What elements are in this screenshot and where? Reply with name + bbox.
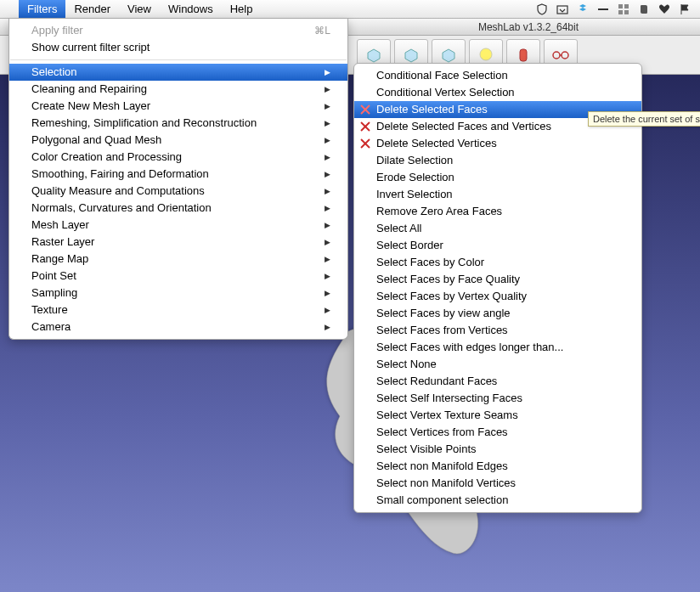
menu-root-filters[interactable]: Filters (19, 0, 65, 18)
menu-item[interactable]: Dilate Selection (354, 152, 641, 169)
menu-item-label: Apply filter (31, 23, 83, 38)
svg-point-6 (480, 48, 492, 60)
svg-rect-7 (520, 49, 527, 61)
menu-item-label: Select Faces from Vertices (376, 323, 508, 338)
menu-item[interactable]: Quality Measure and Computations▶ (9, 183, 347, 200)
dropbox-icon[interactable] (576, 3, 590, 16)
menu-item-label: Select Vertices from Faces (376, 425, 508, 440)
menu-item-label: Select None (376, 357, 437, 372)
menu-item[interactable]: Conditional Vertex Selection (354, 84, 641, 101)
menu-root-view[interactable]: View (119, 0, 160, 18)
evernote-icon[interactable] (637, 3, 651, 16)
menu-item[interactable]: Select Faces by Vertex Quality (354, 288, 641, 305)
menu-item-show-script[interactable]: Show current filter script (9, 39, 347, 56)
menu-item-label: Select Faces with edges longer than... (376, 340, 563, 355)
tooltip-text: Delete the current set of selected faces… (593, 114, 700, 124)
menu-item-label: Small component selection (376, 493, 508, 508)
menu-item[interactable]: Range Map▶ (9, 251, 347, 268)
menu-item-label: Delete Selected Vertices (376, 136, 497, 151)
menu-item[interactable]: Raster Layer▶ (9, 234, 347, 251)
menu-root-label: Render (74, 3, 110, 15)
menu-item[interactable]: Select Faces by view angle (354, 305, 641, 322)
menu-item[interactable]: Select non Manifold Edges (354, 458, 641, 475)
submenu-arrow-icon: ▶ (325, 285, 330, 301)
submenu-arrow-icon: ▶ (325, 65, 330, 80)
menu-root-help[interactable]: Help (222, 0, 262, 18)
tray-icon[interactable] (556, 3, 569, 16)
menu-item[interactable]: Color Creation and Processing▶ (9, 149, 347, 166)
menu-separator (10, 59, 347, 60)
submenu-arrow-icon: ▶ (325, 82, 330, 97)
menu-item[interactable]: Select Vertex Texture Seams (354, 407, 641, 424)
menu-item[interactable]: Select Redundant Faces (354, 373, 641, 390)
menu-item-label: Remove Zero Area Faces (376, 204, 502, 219)
menu-item-label: Texture (31, 302, 68, 318)
menu-item[interactable]: Cleaning and Repairing▶ (9, 81, 347, 98)
menu-item[interactable]: Normals, Curvatures and Orientation▶ (9, 200, 347, 217)
menu-item-label: Raster Layer (31, 234, 94, 250)
heart-icon[interactable] (658, 3, 671, 16)
menu-item-label: Erode Selection (376, 170, 454, 185)
menu-item[interactable]: Erode Selection (354, 169, 641, 186)
menu-item[interactable]: Remove Zero Area Faces (354, 203, 641, 220)
menu-item[interactable]: Select Border (354, 237, 641, 254)
shield-icon[interactable] (535, 3, 549, 16)
menu-item[interactable]: Select Vertices from Faces (354, 424, 641, 441)
menu-item-label: Delete Selected Faces and Vertices (376, 119, 551, 134)
menu-item-label: Select non Manifold Vertices (376, 476, 516, 491)
menu-item[interactable]: Create New Mesh Layer▶ (9, 98, 347, 115)
tooltip: Delete the current set of selected faces… (588, 111, 700, 127)
menu-item[interactable]: Point Set▶ (9, 268, 347, 285)
apple-logo-icon[interactable] (0, 0, 19, 18)
menu-item[interactable]: Small component selection (354, 492, 641, 509)
menu-item[interactable]: Texture▶ (9, 302, 347, 319)
menu-item[interactable]: Select Faces by Color (354, 254, 641, 271)
menu-item-label: Delete Selected Faces (376, 102, 488, 117)
menu-root-label: View (127, 3, 151, 15)
menu-item[interactable]: Camera▶ (9, 319, 347, 335)
menu-item[interactable]: Polygonal and Quad Mesh▶ (9, 132, 347, 149)
menu-item[interactable]: Mesh Layer▶ (9, 217, 347, 234)
menu-item-label: Select Redundant Faces (376, 374, 497, 389)
menu-item[interactable]: Select Faces by Face Quality (354, 271, 641, 288)
delete-face-vert-icon (359, 121, 371, 132)
submenu-arrow-icon: ▶ (325, 217, 330, 233)
menu-item-label: Invert Selection (376, 187, 453, 202)
dash-icon[interactable] (596, 3, 610, 16)
menu-item[interactable]: Select Self Intersecting Faces (354, 390, 641, 407)
menu-item-label: Color Creation and Processing (31, 149, 182, 165)
menu-item[interactable]: Select Visible Points (354, 441, 641, 458)
flag-icon[interactable] (678, 3, 692, 16)
menu-item-label: Select Visible Points (376, 442, 477, 457)
menu-item-apply-filter: Apply filter ⌘L (9, 22, 347, 39)
filters-dropdown: Apply filter ⌘L Show current filter scri… (8, 19, 348, 340)
svg-point-9 (562, 52, 568, 59)
menu-item[interactable]: Invert Selection (354, 186, 641, 203)
menu-item[interactable]: Select Faces with edges longer than... (354, 339, 641, 356)
menu-item[interactable]: Select None (354, 356, 641, 373)
menu-root-render[interactable]: Render (65, 0, 119, 18)
grid-icon[interactable] (617, 3, 630, 16)
menu-item[interactable]: Remeshing, Simplification and Reconstruc… (9, 115, 347, 132)
menu-item-label: Cleaning and Repairing (31, 82, 147, 97)
menu-item[interactable]: Delete Selected Vertices (354, 135, 641, 152)
submenu-arrow-icon: ▶ (325, 183, 330, 199)
menu-item[interactable]: Selection▶ (9, 64, 347, 81)
menu-item[interactable]: Smoothing, Fairing and Deformation▶ (9, 166, 347, 183)
menu-item[interactable]: Select Faces from Vertices (354, 322, 641, 339)
menu-item[interactable]: Select All (354, 220, 641, 237)
selection-dropdown: Conditional Face SelectionConditional Ve… (353, 63, 642, 513)
submenu-arrow-icon: ▶ (325, 251, 330, 267)
menu-item-label: Select Vertex Texture Seams (376, 408, 518, 423)
svg-rect-2 (618, 4, 623, 8)
menu-root-windows[interactable]: Windows (160, 0, 222, 18)
submenu-arrow-icon: ▶ (325, 200, 330, 216)
menu-item[interactable]: Sampling▶ (9, 285, 347, 302)
menu-item[interactable]: Select non Manifold Vertices (354, 475, 641, 492)
submenu-arrow-icon: ▶ (325, 149, 330, 165)
menubar: Filters Render View Windows Help (0, 0, 700, 19)
menu-item-label: Show current filter script (31, 40, 150, 55)
menu-item[interactable]: Conditional Face Selection (354, 67, 641, 84)
menu-root-label: Filters (27, 3, 57, 15)
menu-item-label: Normals, Curvatures and Orientation (31, 200, 212, 216)
